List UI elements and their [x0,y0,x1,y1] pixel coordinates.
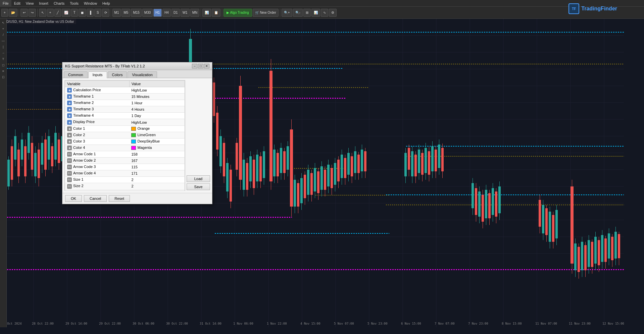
tool-text[interactable]: T [1,56,6,62]
table-row[interactable]: 01Size 22 [65,183,185,189]
dialog-minimize-btn[interactable]: – [192,64,197,68]
tool-cursor[interactable]: ↖ [1,20,6,25]
tool-shapes[interactable]: ◻ [1,62,6,68]
table-row[interactable]: ◈Timeframe 115 Minutes [65,94,185,100]
toolbar-osc[interactable]: ∿ [321,9,328,17]
table-row[interactable]: 01Size 12 [65,177,185,183]
table-cell-value[interactable]: 115 [129,164,185,170]
menu-file[interactable]: File [0,0,11,6]
tool-hline[interactable]: — [1,38,6,44]
table-row[interactable]: 01Size 33 [65,189,185,191]
toolbar-cursor[interactable]: ↖ [39,9,46,17]
params-table-wrapper: Variable Value ◈Calculation PriceHigh/Lo… [64,80,185,191]
toolbar-grid[interactable]: ⊞ [303,9,311,17]
table-cell-value[interactable]: High/Low [129,119,185,125]
table-cell-value[interactable]: 15 Minutes [129,94,185,100]
load-button[interactable]: Load [187,175,210,182]
toolbar-autoscroll[interactable]: ⟳ [102,9,109,17]
dialog-close-btn[interactable]: ✕ [204,64,209,68]
toolbar-zoom-in[interactable]: 🔍+ [282,9,292,17]
toolbar-open[interactable]: 📂 [9,9,17,17]
tool-channel[interactable]: ⟨⟩ [1,74,6,80]
menu-charts[interactable]: Charts [51,0,67,6]
toolbar-template[interactable]: T [71,9,78,17]
table-cell-value[interactable]: 2 [129,177,185,183]
tab-inputs[interactable]: Inputs [88,71,107,78]
reset-button[interactable]: Reset [109,195,130,202]
menu-view[interactable]: View [23,0,37,6]
cancel-button[interactable]: Cancel [84,195,107,202]
new-order-btn[interactable]: 🛒 New Order [253,9,279,17]
table-row[interactable]: ◈Color 3DeepSkyBlue [65,138,185,145]
ok-button[interactable]: OK [65,195,82,202]
tool-vline[interactable]: | [1,44,6,50]
table-row[interactable]: ◈Color 4Magenta [65,145,185,151]
tf-m30[interactable]: M30 [142,9,153,17]
tab-common[interactable]: Common [64,71,88,78]
table-cell-value[interactable]: High/Low [129,87,185,94]
table-row[interactable]: 01Arrow Code 3115 [65,164,185,170]
toolbar-period-sep[interactable]: ◼ [79,9,86,17]
table-cell-value[interactable]: DeepSkyBlue [129,138,185,145]
menu-insert[interactable]: Insert [36,0,51,6]
toolbar-chart-sel[interactable]: 📊 [202,9,211,17]
table-row[interactable]: 01Arrow Code 2167 [65,158,185,164]
menu-edit[interactable]: Edit [11,0,23,6]
table-cell-value[interactable]: 1 Day [129,113,185,119]
menu-help[interactable]: Help [100,0,113,6]
table-cell-value[interactable]: 2 [129,183,185,189]
table-row[interactable]: ◈Calculation PriceHigh/Low [65,87,185,94]
toolbar-undo[interactable]: ↩ [20,9,28,17]
tool-line[interactable]: / [1,32,6,38]
tf-h4[interactable]: H4 [162,9,171,17]
menu-tools[interactable]: Tools [67,0,81,6]
tool-arrow[interactable]: → [1,50,6,56]
tool-fib[interactable]: ≡ [1,68,6,74]
toolbar-redo[interactable]: ↪ [29,9,36,17]
toolbar-new[interactable]: + [1,9,8,17]
tf-m1[interactable]: M1 [112,9,121,17]
table-row[interactable]: ◈Timeframe 34 Hours [65,106,185,113]
table-row[interactable]: 01Arrow Code 1158 [65,151,185,157]
table-cell-value[interactable]: 158 [129,151,185,157]
toolbar-line[interactable]: ╱ [54,9,61,17]
table-cell-value[interactable]: Magenta [129,145,185,151]
toolbar-vol[interactable]: 📊 [311,9,320,17]
table-cell-value[interactable]: 4 Hours [129,106,185,113]
table-cell-value[interactable]: 3 [129,189,185,191]
menu-window[interactable]: Window [81,0,100,6]
table-row[interactable]: ◈Timeframe 41 Day [65,113,185,119]
tab-visualization[interactable]: Visualization [128,71,157,78]
toolbar-crosshair[interactable]: + [47,9,54,17]
tf-m15[interactable]: M15 [131,9,141,17]
table-row[interactable]: ◈Color 1Orange [65,125,185,132]
chart-background: ↖ + / — | → T ◻ ≡ ⟨⟩ File Edit View Inse… [0,0,644,334]
toolbar-scale[interactable]: S [94,9,101,17]
table-cell-value[interactable]: 167 [129,158,185,164]
table-cell-value[interactable]: LimeGreen [129,132,185,138]
tf-w1[interactable]: W1 [181,9,190,17]
toolbar-ohlc[interactable]: 📋 [212,9,220,17]
toolbar-props[interactable]: ⚙ [329,9,337,17]
algo-trading-btn[interactable]: ▶ Algo Trading [224,9,252,17]
tab-colors[interactable]: Colors [108,71,127,78]
table-cell-value[interactable]: 171 [129,170,185,177]
tf-m5[interactable]: M5 [121,9,130,17]
tf-h1[interactable]: H1 [153,9,162,17]
table-scroll-container[interactable]: Variable Value ◈Calculation PriceHigh/Lo… [64,80,185,191]
logo-icon: TF [568,3,579,14]
table-row[interactable]: 01Arrow Code 4171 [65,170,185,177]
tf-mn[interactable]: MN [190,9,200,17]
table-cell-value[interactable]: 1 Hour [129,100,185,106]
table-row[interactable]: ◈Color 2LimeGreen [65,132,185,138]
toolbar-zoom-out[interactable]: 🔍- [293,9,303,17]
save-button[interactable]: Save [187,183,210,190]
toolbar-indicator[interactable]: 📈 [62,9,70,17]
table-cell-value[interactable]: Orange [129,125,185,132]
table-row[interactable]: ◈Display PriceHigh/Low [65,119,185,125]
dialog-maximize-btn[interactable]: □ [198,64,203,68]
tool-crosshair[interactable]: + [1,26,6,32]
tf-d1[interactable]: D1 [171,9,180,17]
table-row[interactable]: ◈Timeframe 21 Hour [65,100,185,106]
toolbar-chart-type[interactable]: ▐ [87,9,94,17]
